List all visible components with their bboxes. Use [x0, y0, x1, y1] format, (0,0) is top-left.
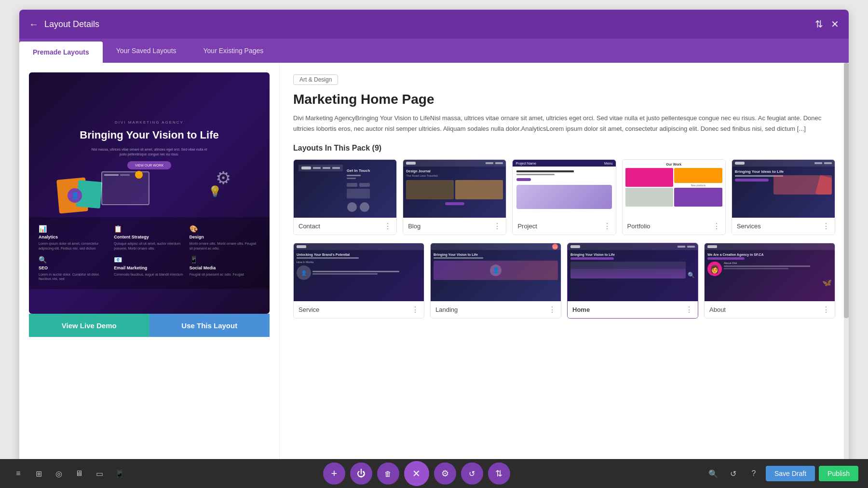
power-button[interactable]: ⏻: [350, 462, 372, 485]
design-icon: 🎨: [190, 225, 198, 233]
card-name-service: Service: [298, 306, 319, 313]
service-email: 📧 Email Marketing Commodo faucibus, augu…: [114, 256, 184, 282]
layout-card-landing[interactable]: 11 Bringing Your Vision to Life 👤 Landin…: [430, 243, 561, 319]
layout-card-home[interactable]: Bringing Your Vision to Life 🔍 Home: [567, 243, 698, 319]
thumbnail-service: Unlocking Your Brand's Potential How It …: [294, 243, 424, 301]
service-content: 📋 Content Strategy Quisque adipisc ull s…: [114, 225, 184, 251]
card-name-contact: Contact: [298, 223, 320, 230]
search-toggle-button[interactable]: ◎: [50, 465, 68, 482]
card-footer-portfolio: Portfolio ⋮: [623, 218, 725, 235]
thumbnail-portfolio: Our Work New products: [623, 160, 725, 218]
right-panel: Art & Design Marketing Home Page Divi Ma…: [280, 63, 849, 488]
close-active-button[interactable]: ✕: [404, 461, 429, 486]
design-title: Design: [190, 235, 204, 239]
service-social: 📱 Social Media Feugiat sit praesent ac o…: [190, 256, 260, 282]
email-icon: 📧: [114, 256, 122, 264]
search-button[interactable]: 🔍: [705, 465, 721, 482]
view-live-demo-button[interactable]: View Live Demo: [29, 314, 149, 337]
layouts-grid-row1: Get In Touch: [293, 159, 835, 235]
history-button[interactable]: ↺: [461, 462, 483, 485]
analytics-icon: 📊: [39, 225, 47, 233]
refresh-button[interactable]: ↺: [725, 465, 742, 482]
thumbnail-landing: 11 Bringing Your Vision to Life 👤: [431, 243, 561, 301]
tablet-view-button[interactable]: ▭: [91, 465, 108, 482]
card-footer-service: Service ⋮: [294, 301, 424, 318]
layout-card-project[interactable]: Project Name Menu Project ⋮: [512, 159, 616, 235]
thumbnail-home: Bringing Your Vision to Life 🔍: [568, 243, 698, 301]
content-text: Quisque adipisc ull sit amet, auctor int…: [114, 241, 184, 251]
card-menu-contact[interactable]: ⋮: [384, 222, 392, 231]
service-analytics: 📊 Analytics Lorem ipsum dolor sit amet, …: [39, 225, 109, 251]
toolbar-center: + ⏻ 🗑 ✕ ⚙ ↺ ⇅: [128, 461, 705, 486]
card-menu-blog[interactable]: ⋮: [493, 222, 501, 231]
card-name-home: Home: [572, 306, 590, 313]
card-menu-about[interactable]: ⋮: [822, 305, 830, 314]
bulb-icon: 💡: [208, 185, 221, 198]
social-icon: 📱: [190, 256, 198, 264]
seo-title: SEO: [39, 265, 48, 270]
card-footer-services: Services ⋮: [732, 218, 835, 235]
back-icon[interactable]: ←: [29, 19, 39, 30]
main-container: ← Layout Details ⇅ ✕ Premade Layouts You…: [19, 10, 849, 488]
thumbnail-services: Bringing Your Ideas to Life: [732, 160, 835, 218]
layout-card-blog[interactable]: Design Journal The Road Less Traveled: [403, 159, 506, 235]
scroll-thumb: [844, 63, 849, 318]
save-draft-button[interactable]: Save Draft: [766, 466, 815, 481]
column-settings-icon[interactable]: ⇅: [815, 18, 823, 30]
card-menu-service[interactable]: ⋮: [411, 305, 419, 314]
layout-card-contact[interactable]: Get In Touch: [293, 159, 397, 235]
settings-button[interactable]: ⚙: [434, 462, 456, 485]
tab-saved-layouts[interactable]: Your Saved Layouts: [103, 39, 190, 63]
card-menu-services[interactable]: ⋮: [822, 222, 830, 231]
layout-card-services[interactable]: Bringing Your Ideas to Life Services ⋮: [732, 159, 835, 235]
desktop-view-button[interactable]: 🖥: [70, 465, 88, 482]
toolbar-right: 🔍 ↺ ? Save Draft Publish: [705, 465, 858, 482]
card-name-about: About: [709, 306, 726, 313]
header-title: Layout Details: [44, 19, 99, 29]
social-title: Social Media: [190, 265, 216, 270]
publish-button[interactable]: Publish: [819, 466, 858, 481]
preview-illustration: ⚙ 👤 💡: [29, 140, 270, 217]
email-title: Email Marketing: [114, 265, 147, 270]
help-button[interactable]: ?: [746, 465, 762, 482]
card-footer-project: Project ⋮: [513, 218, 615, 235]
content-area: DIVI MARKETING AGENCY Bringing Your Visi…: [19, 63, 849, 488]
toolbar-left: ≡ ⊞ ◎ 🖥 ▭ 📱: [10, 465, 128, 482]
email-text: Commodo faucibus, augue at blandit inter…: [114, 272, 183, 277]
grid-view-button[interactable]: ⊞: [30, 465, 47, 482]
use-this-layout-button[interactable]: Use This Layout: [149, 314, 270, 337]
add-element-button[interactable]: +: [323, 462, 345, 485]
layout-card-portfolio[interactable]: Our Work New products: [622, 159, 726, 235]
tab-premade-layouts[interactable]: Premade Layouts: [19, 42, 103, 63]
preview-services: 📊 Analytics Lorem ipsum dolor sit amet, …: [29, 217, 270, 289]
card-menu-portfolio[interactable]: ⋮: [713, 222, 720, 231]
mobile-view-button[interactable]: 📱: [111, 465, 128, 482]
bottom-toolbar: ≡ ⊞ ◎ 🖥 ▭ 📱 + ⏻ 🗑 ✕ ⚙ ↺ ⇅ 🔍 ↺ ? Save Dra…: [0, 459, 868, 488]
card-menu-landing[interactable]: ⋮: [548, 305, 556, 314]
seo-text: Lorem in auctor dolor. Curabitur sit dol…: [39, 272, 109, 282]
card-menu-home[interactable]: ⋮: [685, 305, 693, 314]
menu-toggle-button[interactable]: ≡: [10, 465, 27, 482]
layout-card-about[interactable]: We Are a Creative Agency in SF.CA 👩 Abou…: [704, 243, 835, 319]
thumbnail-blog: Design Journal The Road Less Traveled: [403, 160, 506, 218]
delete-button[interactable]: 🗑: [377, 462, 399, 485]
category-badge: Art & Design: [293, 74, 338, 85]
agency-label: DIVI MARKETING AGENCY: [115, 120, 184, 125]
preview-actions: View Live Demo Use This Layout: [29, 314, 270, 337]
header-left: ← Layout Details: [29, 19, 99, 30]
layout-description: Divi Marketing AgencyBringing Your Visio…: [293, 113, 835, 134]
layouts-grid-row2: Unlocking Your Brand's Potential How It …: [293, 243, 835, 319]
service-design: 🎨 Design Morbi ornare ullis. Morbi ornar…: [190, 225, 260, 251]
thumbnail-about: We Are a Creative Agency in SF.CA 👩 Abou…: [705, 243, 835, 301]
close-icon[interactable]: ✕: [831, 18, 839, 30]
card-name-landing: Landing: [435, 306, 458, 313]
layout-toggle-button[interactable]: ⇅: [488, 462, 510, 485]
card-name-services: Services: [737, 223, 761, 230]
layout-card-service[interactable]: Unlocking Your Brand's Potential How It …: [293, 243, 424, 319]
card-menu-project[interactable]: ⋮: [603, 222, 611, 231]
tab-existing-pages[interactable]: Your Existing Pages: [190, 39, 277, 63]
thumbnail-project: Project Name Menu: [513, 160, 615, 218]
content-title: Content Strategy: [114, 235, 149, 239]
analytics-text: Lorem ipsum dolor sit amet, consectetur …: [39, 241, 109, 251]
scroll-indicator[interactable]: [844, 63, 849, 488]
